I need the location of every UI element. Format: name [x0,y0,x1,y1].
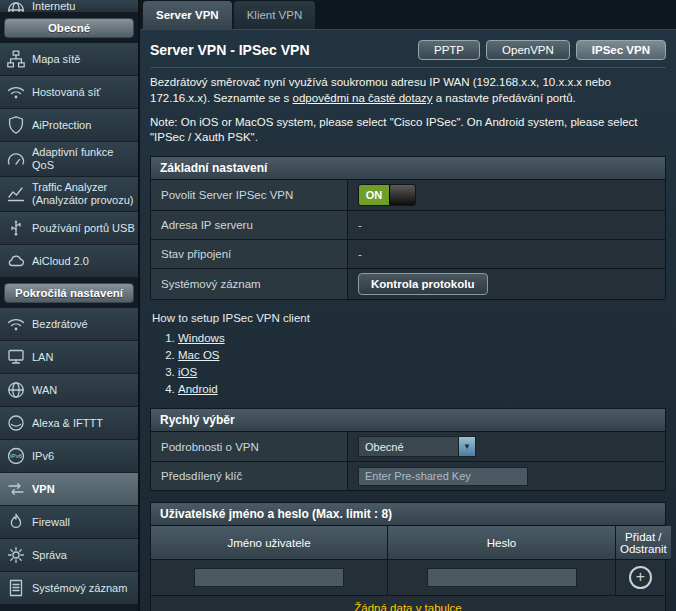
sidebar-item-traffic-analyzer[interactable]: Traffic Analyzer (Analyzátor provozu) [0,177,138,212]
globe-icon [6,380,26,400]
sidebar-item-aiprotection[interactable]: AiProtection [0,109,138,142]
basic-settings-table: Základní nastavení Povolit Server IPSec … [150,156,666,300]
router-admin-app: Internetu Obecné Mapa sítě Hostovaná síť… [0,0,676,611]
sidebar-item-label: IPv6 [32,450,135,463]
password-column-header: Heslo [388,526,616,560]
basic-settings-title: Základní nastavení [151,157,665,180]
ipv6-icon: IPv6 [6,446,26,466]
ipsec-server-toggle[interactable]: ON [358,184,416,206]
quick-select-table: Rychlý výběr Podrobnosti o VPN Obecné ▼ … [150,408,666,491]
server-ip-label: Adresa IP serveru [151,211,348,239]
enable-server-label: Povolit Server IPSec VPN [151,180,348,210]
voice-assistant-icon [6,413,26,433]
faq-link[interactable]: odpovědmi na časté dotazy [293,92,433,104]
tab-client-vpn[interactable]: Klient VPN [234,1,316,29]
sidebar-item-label: Mapa sítě [32,53,135,66]
vpn-type-buttons: PPTP OpenVPN IPSec VPN [418,40,666,60]
sidebar-item-label: Alexa & IFTTT [32,417,135,430]
sidebar-item-label: Adaptivní funkce QoS [32,146,135,172]
ipsec-vpn-button[interactable]: IPSec VPN [576,40,666,60]
tab-server-vpn[interactable]: Server VPN [143,1,232,29]
shield-icon [6,115,26,135]
vpn-tabbar: Server VPN Klient VPN [140,0,676,30]
usb-icon [6,218,26,238]
sidebar-item-administration[interactable]: Správa [0,539,138,572]
empty-table-message: Žádná data v tabulce [151,596,665,611]
sidebar-section-general: Obecné [4,18,134,38]
sidebar-item-label: Firewall [32,516,135,529]
gauge-icon [6,149,26,169]
page-content: Server VPN - IPSec VPN PPTP OpenVPN IPSe… [140,30,676,611]
password-input[interactable] [427,568,577,587]
sidebar-item-label: AiProtection [32,119,135,132]
table-row: Předsdílený klíč [151,462,665,490]
sidebar-item-internet[interactable]: Internetu [0,0,138,13]
check-log-button[interactable]: Kontrola protokolu [358,273,488,295]
network-map-icon [6,49,26,69]
vpn-details-select[interactable]: Obecné ▼ [358,436,476,457]
howto-title: How to setup IPSec VPN client [152,312,664,324]
table-row: Stav připojení - [151,240,665,269]
openvpn-button[interactable]: OpenVPN [486,40,570,60]
howto-link-macos[interactable]: Mac OS [178,349,220,361]
sidebar-item-ipv6[interactable]: IPv6 IPv6 [0,440,138,473]
howto-link-android[interactable]: Android [178,383,218,395]
username-column-header: Jméno uživatele [151,526,388,560]
monitor-icon [6,347,26,367]
sidebar-item-label: WAN [32,384,135,397]
sidebar-item-label: Bezdrátové [32,318,135,331]
sidebar-item-firewall[interactable]: Firewall [0,506,138,539]
user-input-row: + [151,560,665,596]
sidebar-item-lan[interactable]: LAN [0,341,138,374]
howto-section: How to setup IPSec VPN client Windows Ma… [152,312,664,397]
sidebar-item-label: Hostovaná síť [32,86,135,99]
sidebar-item-wan[interactable]: WAN [0,374,138,407]
sidebar-item-system-log[interactable]: Systémový záznam [0,572,138,605]
sidebar-item-qos[interactable]: Adaptivní funkce QoS [0,142,138,177]
toggle-knob [389,185,415,205]
chart-icon [6,184,26,204]
pptp-button[interactable]: PPTP [418,40,480,60]
username-input[interactable] [194,568,344,587]
sidebar-item-aicloud[interactable]: AiCloud 2.0 [0,245,138,278]
add-user-button[interactable]: + [629,566,652,589]
server-ip-value: - [348,211,665,239]
cloud-icon [6,251,26,271]
document-icon [6,578,26,598]
flame-icon [6,512,26,532]
sidebar-item-alexa-ifttt[interactable]: Alexa & IFTTT [0,407,138,440]
table-row: Systémový záznam Kontrola protokolu [151,269,665,299]
chevron-down-icon: ▼ [458,437,475,456]
sidebar-item-label: LAN [32,351,135,364]
sidebar-item-label: Systémový záznam [32,582,135,595]
sidebar-item-label: Internetu [32,0,135,13]
gear-icon [6,545,26,565]
howto-link-windows[interactable]: Windows [178,332,225,344]
table-row: Adresa IP serveru - [151,211,665,240]
howto-link-ios[interactable]: iOS [178,366,197,378]
table-row: Podrobnosti o VPN Obecné ▼ [151,432,665,462]
pre-shared-key-input[interactable] [358,467,528,486]
main-area: Server VPN Klient VPN Server VPN - IPSec… [140,0,676,611]
sidebar-item-label: Používání portů USB [32,222,135,235]
page-title: Server VPN - IPSec VPN [150,42,310,58]
intro-text: Bezdrátový směrovač nyní využívá soukrom… [150,74,666,106]
connection-status-value: - [348,240,665,268]
table-row: Povolit Server IPSec VPN ON [151,180,665,211]
sidebar-item-label: VPN [32,483,135,496]
howto-list: Windows Mac OS iOS Android [178,331,664,397]
sidebar-item-label: AiCloud 2.0 [32,255,135,268]
sidebar-item-label: Správa [32,549,135,562]
sidebar-item-vpn[interactable]: VPN [0,473,138,506]
sidebar-item-label: Traffic Analyzer (Analyzátor provozu) [32,181,135,207]
sidebar-item-wireless[interactable]: Bezdrátové [0,308,138,341]
sidebar-item-network-map[interactable]: Mapa sítě [0,43,138,76]
wifi-icon [6,82,26,102]
svg-text:IPv6: IPv6 [10,453,23,459]
intro-part2: a nastavte předávání portů. [436,92,576,104]
vpn-details-selected-value: Obecné [359,441,458,453]
sidebar: Internetu Obecné Mapa sítě Hostovaná síť… [0,0,140,611]
vpn-details-label: Podrobnosti o VPN [151,432,348,461]
sidebar-item-guest-network[interactable]: Hostovaná síť [0,76,138,109]
sidebar-item-usb[interactable]: Používání portů USB [0,212,138,245]
